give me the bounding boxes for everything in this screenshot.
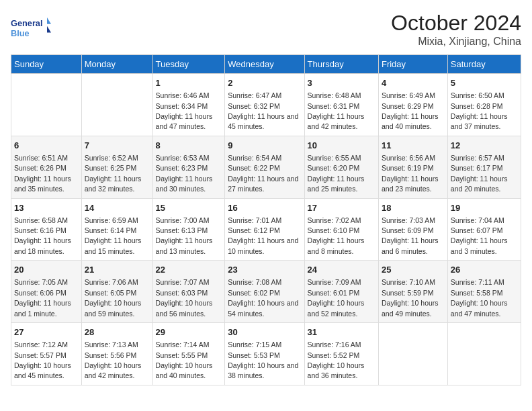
cell-w1-d1 bbox=[81, 74, 152, 136]
page-header: General Blue October 2024 Mixia, Xinjian… bbox=[11, 11, 521, 48]
cell-w4-d4: 24 Sunrise: 7:09 AM Sunset: 6:01 PM Dayl… bbox=[304, 261, 378, 323]
title-block: October 2024 Mixia, Xinjiang, China bbox=[391, 11, 521, 48]
cell-w3-d0: 13 Sunrise: 6:58 AM Sunset: 6:16 PM Dayl… bbox=[11, 198, 82, 261]
logo-svg: General Blue bbox=[11, 11, 51, 44]
cell-w5-d0: 27 Sunrise: 7:12 AM Sunset: 5:57 PM Dayl… bbox=[11, 323, 82, 385]
cell-w5-d4: 31 Sunrise: 7:16 AM Sunset: 5:52 PM Dayl… bbox=[304, 323, 378, 385]
cell-w2-d2: 8 Sunrise: 6:53 AM Sunset: 6:23 PM Dayli… bbox=[152, 136, 225, 198]
day-number: 10 bbox=[308, 140, 375, 152]
cell-w3-d5: 18 Sunrise: 7:03 AM Sunset: 6:09 PM Dayl… bbox=[378, 198, 447, 261]
day-number: 28 bbox=[85, 326, 150, 338]
cell-w1-d5: 4 Sunrise: 6:49 AM Sunset: 6:29 PM Dayli… bbox=[378, 74, 447, 136]
day-info: Sunrise: 6:54 AM Sunset: 6:22 PM Dayligh… bbox=[228, 154, 298, 193]
day-info: Sunrise: 7:00 AM Sunset: 6:13 PM Dayligh… bbox=[156, 216, 213, 255]
day-info: Sunrise: 7:06 AM Sunset: 6:05 PM Dayligh… bbox=[85, 278, 142, 317]
cell-w4-d5: 25 Sunrise: 7:10 AM Sunset: 5:59 PM Dayl… bbox=[378, 261, 447, 323]
day-info: Sunrise: 7:14 AM Sunset: 5:55 PM Dayligh… bbox=[156, 340, 213, 379]
day-info: Sunrise: 7:10 AM Sunset: 5:59 PM Dayligh… bbox=[382, 278, 439, 317]
col-saturday: Saturday bbox=[447, 55, 521, 74]
svg-marker-2 bbox=[47, 17, 51, 24]
day-info: Sunrise: 7:11 AM Sunset: 5:58 PM Dayligh… bbox=[451, 278, 508, 317]
day-number: 18 bbox=[382, 202, 445, 214]
svg-text:Blue: Blue bbox=[11, 28, 30, 38]
day-info: Sunrise: 6:52 AM Sunset: 6:25 PM Dayligh… bbox=[85, 154, 142, 193]
cell-w1-d2: 1 Sunrise: 6:46 AM Sunset: 6:34 PM Dayli… bbox=[152, 74, 225, 136]
calendar-table: Sunday Monday Tuesday Wednesday Thursday… bbox=[11, 54, 521, 385]
cell-w4-d1: 21 Sunrise: 7:06 AM Sunset: 6:05 PM Dayl… bbox=[81, 261, 152, 323]
col-monday: Monday bbox=[81, 55, 152, 74]
col-tuesday: Tuesday bbox=[152, 55, 225, 74]
cell-w1-d0 bbox=[11, 74, 82, 136]
svg-marker-3 bbox=[47, 26, 51, 33]
day-info: Sunrise: 7:04 AM Sunset: 6:07 PM Dayligh… bbox=[451, 216, 508, 255]
col-friday: Friday bbox=[378, 55, 447, 74]
day-number: 14 bbox=[85, 202, 150, 214]
day-number: 5 bbox=[451, 77, 518, 89]
day-info: Sunrise: 7:03 AM Sunset: 6:09 PM Dayligh… bbox=[382, 216, 439, 255]
day-info: Sunrise: 7:13 AM Sunset: 5:56 PM Dayligh… bbox=[85, 340, 142, 379]
cell-w3-d1: 14 Sunrise: 6:59 AM Sunset: 6:14 PM Dayl… bbox=[81, 198, 152, 261]
day-number: 31 bbox=[308, 326, 375, 338]
day-number: 13 bbox=[14, 202, 79, 214]
day-info: Sunrise: 6:53 AM Sunset: 6:23 PM Dayligh… bbox=[156, 154, 213, 193]
cell-w3-d2: 15 Sunrise: 7:00 AM Sunset: 6:13 PM Dayl… bbox=[152, 198, 225, 261]
day-info: Sunrise: 6:46 AM Sunset: 6:34 PM Dayligh… bbox=[156, 91, 213, 130]
day-info: Sunrise: 7:01 AM Sunset: 6:12 PM Dayligh… bbox=[228, 216, 298, 255]
day-number: 7 bbox=[85, 140, 150, 152]
cell-w3-d6: 19 Sunrise: 7:04 AM Sunset: 6:07 PM Dayl… bbox=[447, 198, 521, 261]
day-info: Sunrise: 6:50 AM Sunset: 6:28 PM Dayligh… bbox=[451, 91, 508, 130]
location-subtitle: Mixia, Xinjiang, China bbox=[391, 36, 521, 48]
day-info: Sunrise: 7:07 AM Sunset: 6:03 PM Dayligh… bbox=[156, 278, 213, 317]
col-sunday: Sunday bbox=[11, 55, 82, 74]
cell-w2-d5: 11 Sunrise: 6:56 AM Sunset: 6:19 PM Dayl… bbox=[378, 136, 447, 198]
day-number: 23 bbox=[228, 264, 301, 276]
day-number: 19 bbox=[451, 202, 518, 214]
cell-w4-d6: 26 Sunrise: 7:11 AM Sunset: 5:58 PM Dayl… bbox=[447, 261, 521, 323]
day-info: Sunrise: 6:56 AM Sunset: 6:19 PM Dayligh… bbox=[382, 154, 439, 193]
day-info: Sunrise: 6:59 AM Sunset: 6:14 PM Dayligh… bbox=[85, 216, 142, 255]
day-number: 9 bbox=[228, 140, 301, 152]
day-number: 17 bbox=[308, 202, 375, 214]
day-number: 12 bbox=[451, 140, 518, 152]
day-number: 6 bbox=[14, 140, 79, 152]
cell-w4-d3: 23 Sunrise: 7:08 AM Sunset: 6:02 PM Dayl… bbox=[225, 261, 304, 323]
col-thursday: Thursday bbox=[304, 55, 378, 74]
cell-w1-d6: 5 Sunrise: 6:50 AM Sunset: 6:28 PM Dayli… bbox=[447, 74, 521, 136]
day-number: 25 bbox=[382, 264, 445, 276]
cell-w2-d1: 7 Sunrise: 6:52 AM Sunset: 6:25 PM Dayli… bbox=[81, 136, 152, 198]
cell-w5-d1: 28 Sunrise: 7:13 AM Sunset: 5:56 PM Dayl… bbox=[81, 323, 152, 385]
day-info: Sunrise: 7:05 AM Sunset: 6:06 PM Dayligh… bbox=[14, 278, 71, 317]
day-number: 24 bbox=[308, 264, 375, 276]
cell-w2-d6: 12 Sunrise: 6:57 AM Sunset: 6:17 PM Dayl… bbox=[447, 136, 521, 198]
day-info: Sunrise: 7:12 AM Sunset: 5:57 PM Dayligh… bbox=[14, 340, 71, 379]
day-info: Sunrise: 7:09 AM Sunset: 6:01 PM Dayligh… bbox=[308, 278, 365, 317]
day-number: 1 bbox=[156, 77, 222, 89]
day-info: Sunrise: 6:58 AM Sunset: 6:16 PM Dayligh… bbox=[14, 216, 71, 255]
day-number: 15 bbox=[156, 202, 222, 214]
day-info: Sunrise: 6:48 AM Sunset: 6:31 PM Dayligh… bbox=[308, 91, 365, 130]
day-number: 20 bbox=[14, 264, 79, 276]
week-row-5: 27 Sunrise: 7:12 AM Sunset: 5:57 PM Dayl… bbox=[11, 323, 521, 385]
day-number: 27 bbox=[14, 326, 79, 338]
cell-w2-d4: 10 Sunrise: 6:55 AM Sunset: 6:20 PM Dayl… bbox=[304, 136, 378, 198]
week-row-4: 20 Sunrise: 7:05 AM Sunset: 6:06 PM Dayl… bbox=[11, 261, 521, 323]
cell-w5-d5 bbox=[378, 323, 447, 385]
cell-w2-d3: 9 Sunrise: 6:54 AM Sunset: 6:22 PM Dayli… bbox=[225, 136, 304, 198]
svg-text:General: General bbox=[11, 18, 42, 28]
day-info: Sunrise: 6:57 AM Sunset: 6:17 PM Dayligh… bbox=[451, 154, 508, 193]
day-info: Sunrise: 7:02 AM Sunset: 6:10 PM Dayligh… bbox=[308, 216, 365, 255]
month-year-title: October 2024 bbox=[391, 11, 521, 36]
cell-w1-d4: 3 Sunrise: 6:48 AM Sunset: 6:31 PM Dayli… bbox=[304, 74, 378, 136]
col-wednesday: Wednesday bbox=[225, 55, 304, 74]
day-number: 29 bbox=[156, 326, 222, 338]
cell-w5-d6 bbox=[447, 323, 521, 385]
day-number: 21 bbox=[85, 264, 150, 276]
day-info: Sunrise: 7:15 AM Sunset: 5:53 PM Dayligh… bbox=[228, 340, 298, 379]
week-row-2: 6 Sunrise: 6:51 AM Sunset: 6:26 PM Dayli… bbox=[11, 136, 521, 198]
logo: General Blue bbox=[11, 11, 51, 44]
day-number: 3 bbox=[308, 77, 375, 89]
day-info: Sunrise: 7:16 AM Sunset: 5:52 PM Dayligh… bbox=[308, 340, 365, 379]
day-number: 2 bbox=[228, 77, 301, 89]
day-number: 16 bbox=[228, 202, 301, 214]
day-number: 22 bbox=[156, 264, 222, 276]
